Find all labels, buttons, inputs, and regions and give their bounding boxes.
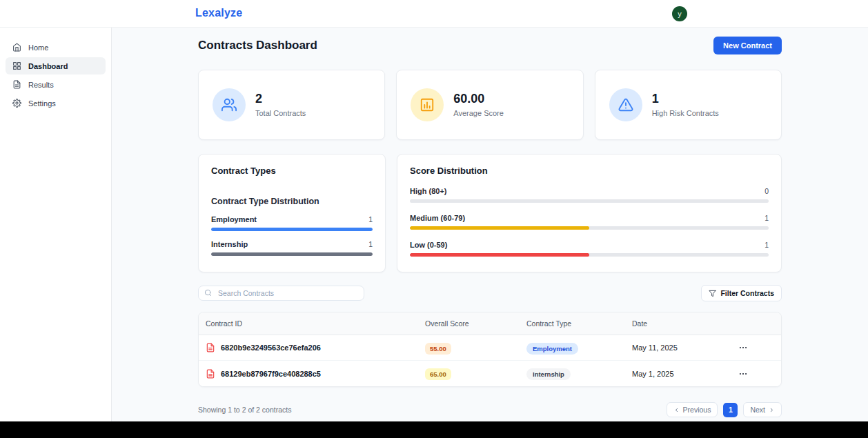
search-input[interactable] xyxy=(198,286,364,301)
app-logo[interactable]: Lexalyze xyxy=(195,7,242,19)
contract-type-row: Employment 1 xyxy=(211,215,373,231)
row-actions-button[interactable] xyxy=(737,368,749,380)
contract-types-title: Contract Types xyxy=(211,166,373,176)
score-dist-row: High (80+) 0 xyxy=(410,187,769,203)
next-label: Next xyxy=(750,406,765,414)
stat-label: Average Score xyxy=(453,109,504,117)
bar-chart-icon xyxy=(411,88,444,121)
contract-type-row: Internship 1 xyxy=(211,240,373,256)
contract-types-card: Contract Types Contract Type Distributio… xyxy=(198,154,386,272)
score-distribution-card: Score Distribution High (80+) 0 xyxy=(397,154,782,272)
bar-label: Low (0-59) xyxy=(410,241,447,249)
contract-type-badge: Internship xyxy=(526,368,571,380)
bar-fill xyxy=(211,252,373,256)
table-row: 68129eb87967f9ce408288c5 65.00 Internshi… xyxy=(199,361,781,386)
sidebar-item-label: Dashboard xyxy=(28,62,68,70)
score-distribution-title: Score Distribution xyxy=(410,166,769,176)
score-dist-row: Medium (60-79) 1 xyxy=(410,214,769,230)
sidebar-item-dashboard[interactable]: Dashboard xyxy=(6,57,106,74)
main-area: Contracts Dashboard New Contract 2 Total… xyxy=(112,28,868,421)
sidebar-item-home[interactable]: Home xyxy=(6,39,106,56)
showing-results-text: Showing 1 to 2 of 2 contracts xyxy=(198,406,291,414)
bar-label: Internship xyxy=(211,240,248,248)
settings-icon xyxy=(12,99,21,108)
page-number-button[interactable]: 1 xyxy=(723,403,738,417)
stat-card-high-risk: 1 High Risk Contracts xyxy=(595,70,782,140)
filter-icon xyxy=(709,290,716,297)
filter-contracts-button[interactable]: Filter Contracts xyxy=(701,285,782,301)
bar-count: 0 xyxy=(765,187,769,195)
top-header: Lexalyze y xyxy=(0,0,868,28)
table-row: 6820b9e3249563ce76efa206 55.00 Employmen… xyxy=(199,335,781,361)
table-header-row: Contract ID Overall Score Contract Type … xyxy=(199,312,781,335)
column-header-overall-score: Overall Score xyxy=(418,312,520,335)
ellipsis-icon xyxy=(738,343,748,352)
users-icon xyxy=(213,88,246,121)
stat-value: 2 xyxy=(255,92,306,106)
contract-id: 6820b9e3249563ce76efa206 xyxy=(221,344,321,352)
stat-label: High Risk Contracts xyxy=(652,109,719,117)
dashboard-icon xyxy=(12,61,21,70)
next-page-button[interactable]: Next xyxy=(743,402,782,417)
bar-fill xyxy=(410,226,589,230)
stats-row: 2 Total Contracts 60.00 Average Score xyxy=(198,70,782,140)
stat-value: 1 xyxy=(652,92,719,106)
bar-count: 1 xyxy=(368,240,373,248)
column-header-contract-type: Contract Type xyxy=(520,312,625,335)
sidebar-item-label: Settings xyxy=(28,99,56,108)
contract-type-badge: Employment xyxy=(526,343,578,355)
stat-card-total-contracts: 2 Total Contracts xyxy=(198,70,385,140)
contract-date: May 11, 2025 xyxy=(625,344,730,352)
bar-count: 1 xyxy=(368,215,373,223)
file-icon xyxy=(206,343,215,352)
bar-label: Medium (60-79) xyxy=(410,214,465,222)
sidebar: Home Dashboard Results Settings xyxy=(0,28,112,421)
chevron-right-icon xyxy=(769,407,775,413)
bar-track xyxy=(211,228,373,231)
stat-label: Total Contracts xyxy=(255,109,306,117)
page-title: Contracts Dashboard xyxy=(198,39,317,52)
file-icon xyxy=(206,369,215,379)
column-header-contract-id: Contract ID xyxy=(199,312,418,335)
search-box xyxy=(198,286,364,301)
bar-label: High (80+) xyxy=(410,187,446,195)
sidebar-item-settings[interactable]: Settings xyxy=(6,94,106,112)
bar-track xyxy=(410,226,769,230)
results-icon xyxy=(12,80,21,89)
row-actions-button[interactable] xyxy=(737,341,749,354)
ellipsis-icon xyxy=(738,369,748,379)
column-header-date: Date xyxy=(625,312,730,335)
bottom-black-bar xyxy=(0,421,868,438)
stat-card-average-score: 60.00 Average Score xyxy=(396,70,583,140)
sidebar-item-results[interactable]: Results xyxy=(6,76,106,93)
contract-id: 68129eb87967f9ce408288c5 xyxy=(221,370,321,378)
contracts-table: Contract ID Overall Score Contract Type … xyxy=(198,312,782,387)
score-badge: 55.00 xyxy=(425,343,451,355)
contract-date: May 1, 2025 xyxy=(625,370,730,378)
bar-track xyxy=(410,253,769,257)
bar-fill xyxy=(410,253,589,257)
filter-button-label: Filter Contracts xyxy=(720,289,774,297)
user-avatar[interactable]: y xyxy=(672,6,687,21)
home-icon xyxy=(12,43,21,52)
stat-value: 60.00 xyxy=(453,92,504,106)
bar-label: Employment xyxy=(211,215,257,223)
search-icon xyxy=(204,289,212,297)
alert-triangle-icon xyxy=(609,88,642,121)
score-dist-row: Low (0-59) 1 xyxy=(410,241,769,257)
new-contract-button[interactable]: New Contract xyxy=(713,37,782,54)
contract-types-subtitle: Contract Type Distribution xyxy=(211,197,373,206)
sidebar-item-label: Home xyxy=(28,43,48,52)
previous-page-button[interactable]: Previous xyxy=(667,402,718,417)
bar-count: 1 xyxy=(765,214,769,222)
app-window: Lexalyze y Home Dashboard Results xyxy=(0,0,868,438)
sidebar-item-label: Results xyxy=(28,81,54,89)
pagination: Previous 1 Next xyxy=(667,402,782,417)
bar-track xyxy=(410,199,769,203)
bar-count: 1 xyxy=(765,241,769,249)
bar-fill xyxy=(211,228,373,231)
score-badge: 65.00 xyxy=(425,368,451,380)
bar-track xyxy=(211,252,373,256)
chevron-left-icon xyxy=(673,407,680,413)
previous-label: Previous xyxy=(683,406,711,414)
